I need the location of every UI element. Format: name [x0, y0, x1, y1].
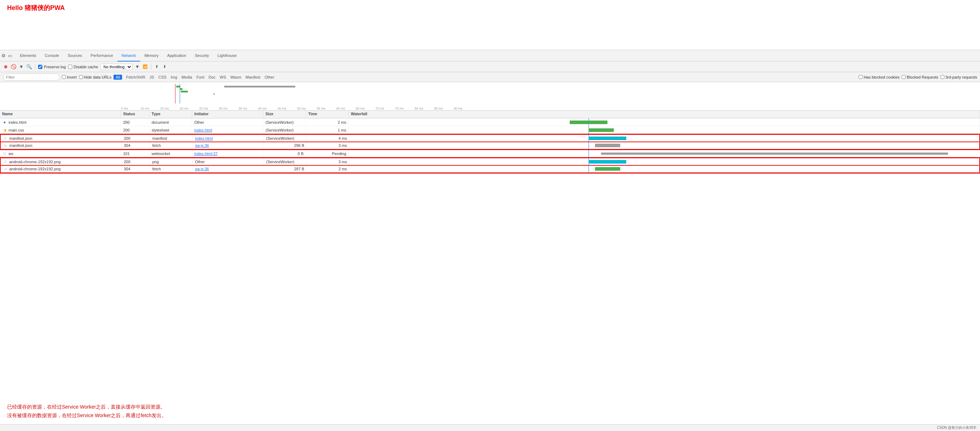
cell-size-3: 296 B: [264, 143, 307, 148]
filter-other[interactable]: Other: [263, 74, 277, 80]
cell-size-6: 297 B: [264, 166, 307, 172]
cell-type-3: fetch: [150, 143, 193, 148]
search-icon[interactable]: 🔍: [26, 64, 32, 70]
record-button[interactable]: ⏺: [3, 64, 8, 70]
tab-application[interactable]: Application: [163, 50, 191, 62]
preserve-log-input[interactable]: [38, 65, 42, 69]
cell-type-2: manifest: [150, 135, 193, 141]
col-header-initiator[interactable]: Initiator: [192, 111, 263, 118]
filter-media[interactable]: Media: [180, 74, 194, 80]
third-party-checkbox[interactable]: 3rd-party requests: [940, 75, 977, 79]
tab-sources[interactable]: Sources: [63, 50, 86, 62]
has-blocked-cookies-input[interactable]: [859, 75, 862, 79]
cell-name-2: □ manifest.json: [1, 135, 122, 141]
network-table[interactable]: Name Status Type Initiator Size Time Wat…: [0, 111, 980, 399]
filter-input[interactable]: [3, 74, 60, 81]
ruler-mark-17: 90 ms: [454, 107, 473, 110]
device-icon[interactable]: ▭: [8, 53, 12, 58]
icon-css-1: ◨: [2, 128, 7, 133]
tab-console[interactable]: Console: [41, 50, 63, 62]
has-blocked-cookies-checkbox[interactable]: Has blocked cookies: [859, 75, 900, 79]
icon-json-2: □: [3, 136, 8, 141]
col-header-waterfall[interactable]: Waterfall: [349, 111, 980, 118]
preserve-log-checkbox[interactable]: Preserve log: [38, 65, 66, 69]
cell-size-5: (ServiceWorker): [264, 159, 307, 165]
table-row[interactable]: □ ws 101 websocket index.html:37 0 B Pen…: [0, 150, 980, 157]
footer-credit: CSDN @努力的小朱同学: [937, 426, 977, 429]
cell-status-5: 200: [122, 159, 150, 165]
tab-lighthouse[interactable]: Lighthouse: [213, 50, 241, 62]
cell-size-4: 0 B: [263, 151, 306, 157]
invert-label: Invert: [67, 75, 77, 79]
blocked-requests-checkbox[interactable]: Blocked Requests: [902, 75, 939, 79]
cell-status-1: 200: [121, 127, 150, 133]
table-row[interactable]: □ manifest.json 200 manifest index.html …: [0, 134, 980, 142]
tl-bar-1: [176, 86, 180, 87]
filter-all-button[interactable]: All: [113, 74, 122, 80]
filter-css[interactable]: CSS: [157, 74, 168, 80]
col-header-type[interactable]: Type: [150, 111, 192, 118]
ruler-mark-2: 15 ms: [160, 107, 180, 110]
hide-data-urls-input[interactable]: [79, 75, 83, 79]
filter-js[interactable]: JS: [148, 74, 156, 80]
disable-cache-checkbox[interactable]: Disable cache: [68, 65, 98, 69]
tab-performance[interactable]: Performance: [86, 50, 118, 62]
cell-initiator-6[interactable]: sw.js:36: [193, 166, 264, 172]
ruler-mark-6: 35 ms: [239, 107, 258, 110]
download-icon[interactable]: ⬇: [162, 64, 168, 70]
table-row[interactable]: □ android-chrome-192x192.png 200 png Oth…: [0, 157, 980, 165]
inspect-icon[interactable]: ⚙: [2, 53, 6, 58]
invert-checkbox[interactable]: Invert: [62, 75, 77, 79]
col-header-status[interactable]: Status: [121, 111, 150, 118]
wifi-icon[interactable]: 📶: [142, 64, 148, 70]
clear-button[interactable]: 🚫: [11, 64, 16, 70]
invert-input[interactable]: [62, 75, 66, 79]
filter-types: Fetch/XHR JS CSS Img Media Font Doc WS W…: [124, 74, 276, 80]
throttle-dropdown-icon[interactable]: ▼: [135, 64, 140, 70]
table-row[interactable]: ⊙ manifest.json 304 fetch sw.js:36 296 B…: [0, 142, 980, 150]
tab-elements[interactable]: Elements: [16, 50, 41, 62]
col-header-time[interactable]: Time: [306, 111, 349, 118]
ruler-mark-14: 75 ms: [395, 107, 415, 110]
cell-initiator-3[interactable]: sw.js:36: [193, 143, 264, 148]
table-row[interactable]: ◨ main.css 200 stylesheet index.html (Se…: [0, 126, 980, 134]
tab-security[interactable]: Security: [190, 50, 213, 62]
third-party-input[interactable]: [940, 75, 944, 79]
icon-ws-4: □: [2, 151, 7, 156]
filter-fetch-xhr[interactable]: Fetch/XHR: [124, 74, 147, 80]
cell-time-6: 2 ms: [307, 166, 350, 172]
filter-font[interactable]: Font: [195, 74, 206, 80]
col-header-size[interactable]: Size: [263, 111, 306, 118]
throttling-select[interactable]: No throttling: [100, 63, 132, 70]
devtools-panel: ⚙ ▭ Elements Console Sources Performance…: [0, 50, 980, 431]
col-header-name[interactable]: Name: [0, 111, 121, 118]
cell-size-0: (ServiceWorker): [263, 119, 306, 125]
cell-initiator-1[interactable]: index.html: [192, 127, 263, 133]
cell-initiator-2[interactable]: index.html: [193, 135, 264, 141]
upload-icon[interactable]: ⬆: [154, 64, 160, 70]
cell-initiator-4[interactable]: index.html:37: [192, 151, 263, 157]
tab-network[interactable]: Network: [118, 50, 140, 62]
table-header: Name Status Type Initiator Size Time Wat…: [0, 111, 980, 119]
disable-cache-input[interactable]: [68, 65, 72, 69]
table-row[interactable]: ■ index.html 200 document Other (Service…: [0, 119, 980, 126]
cell-initiator-0: Other: [192, 119, 263, 125]
filter-wasm[interactable]: Wasm: [229, 74, 243, 80]
hide-data-urls-checkbox[interactable]: Hide data URLs: [79, 75, 112, 79]
filter-manifest[interactable]: Manifest: [244, 74, 262, 80]
filter-img[interactable]: Img: [169, 74, 179, 80]
cell-time-2: 4 ms: [307, 135, 350, 141]
ruler-mark-9: 50 ms: [297, 107, 317, 110]
tab-memory[interactable]: Memory: [140, 50, 163, 62]
timeline-ruler: 5 ms 10 ms 15 ms 20 ms 25 ms 30 ms 35 ms…: [0, 82, 980, 111]
wf-bar-6: [595, 167, 620, 171]
filter-icon[interactable]: ▼: [19, 64, 24, 70]
cell-name-1: ◨ main.css: [0, 127, 121, 133]
filter-ws[interactable]: WS: [218, 74, 228, 80]
wf-bar-2: [589, 136, 626, 140]
icon-doc-0: ■: [2, 120, 7, 125]
table-row[interactable]: ⊙ android-chrome-192x192.png 304 fetch s…: [0, 165, 980, 173]
blocked-requests-input[interactable]: [902, 75, 906, 79]
filter-doc[interactable]: Doc: [207, 74, 218, 80]
cell-type-6: fetch: [150, 166, 193, 172]
